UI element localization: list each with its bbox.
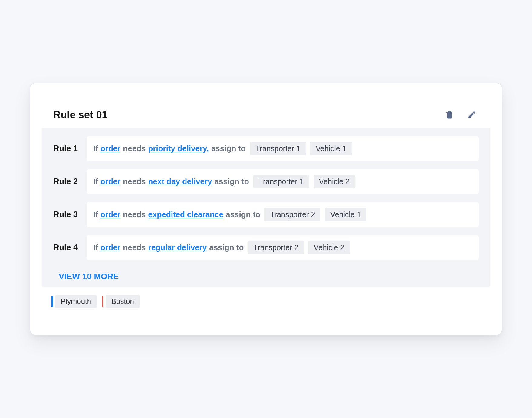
card-footer: Plymouth Boston	[42, 287, 490, 317]
rule-box: If order needs expedited clearance assig…	[87, 202, 479, 227]
rule-set-title: Rule set 01	[53, 109, 108, 121]
view-more-button[interactable]: VIEW 10 MORE	[53, 268, 119, 281]
rule-assign: assign to	[215, 177, 249, 186]
rule-subject-link[interactable]: order	[100, 210, 120, 219]
rules-body: Rule 1 If order needs priority delivery,…	[42, 128, 490, 287]
rule-assign: assign to	[211, 144, 246, 153]
location-color-bar	[102, 296, 103, 307]
location-chip[interactable]: Plymouth	[51, 295, 97, 308]
rule-condition-link[interactable]: priority delivery,	[148, 144, 209, 153]
rule-subject-link[interactable]: order	[100, 144, 120, 153]
location-label: Plymouth	[55, 295, 97, 308]
rule-subject-link[interactable]: order	[100, 243, 120, 252]
vehicle-chip[interactable]: Vehicle 1	[310, 142, 352, 155]
rule-row: Rule 2 If order needs next day delivery …	[53, 169, 479, 194]
rule-box: If order needs regular delivery assign t…	[87, 235, 479, 260]
rule-needs: needs	[123, 243, 146, 252]
rule-needs: needs	[123, 177, 146, 186]
rule-label: Rule 1	[53, 144, 79, 153]
transporter-chip[interactable]: Transporter 1	[253, 175, 309, 188]
rule-needs: needs	[123, 210, 146, 219]
rule-condition-link[interactable]: expedited clearance	[148, 210, 224, 219]
rule-condition-link[interactable]: next day delivery	[148, 177, 212, 186]
rule-box: If order needs priority delivery, assign…	[87, 136, 479, 161]
rule-label: Rule 2	[53, 177, 79, 186]
rule-label: Rule 4	[53, 243, 79, 252]
rule-assign: assign to	[209, 243, 244, 252]
location-label: Boston	[106, 295, 140, 308]
rule-subject-link[interactable]: order	[100, 177, 120, 186]
header-actions	[445, 110, 479, 119]
edit-icon[interactable]	[467, 110, 476, 119]
rule-row: Rule 4 If order needs regular delivery a…	[53, 235, 479, 260]
rule-box: If order needs next day delivery assign …	[87, 169, 479, 194]
vehicle-chip[interactable]: Vehicle 1	[325, 208, 366, 221]
rule-label: Rule 3	[53, 210, 79, 219]
rule-needs: needs	[123, 144, 146, 153]
location-color-bar	[51, 296, 53, 307]
card-header: Rule set 01	[42, 101, 490, 128]
transporter-chip[interactable]: Transporter 2	[248, 241, 304, 254]
rule-prefix: If	[93, 243, 98, 252]
transporter-chip[interactable]: Transporter 1	[250, 142, 306, 155]
rule-prefix: If	[93, 210, 98, 219]
rule-condition-link[interactable]: regular delivery	[148, 243, 207, 252]
transporter-chip[interactable]: Transporter 2	[264, 208, 320, 221]
rule-set-card: Rule set 01 Rule 1 If order needs priori…	[42, 101, 490, 317]
trash-icon[interactable]	[445, 110, 454, 119]
rule-assign: assign to	[226, 210, 260, 219]
location-chip[interactable]: Boston	[102, 295, 140, 308]
outer-panel: Rule set 01 Rule 1 If order needs priori…	[30, 83, 502, 335]
vehicle-chip[interactable]: Vehicle 2	[308, 241, 350, 254]
rule-row: Rule 1 If order needs priority delivery,…	[53, 136, 479, 161]
rule-row: Rule 3 If order needs expedited clearanc…	[53, 202, 479, 227]
rule-prefix: If	[93, 144, 98, 153]
vehicle-chip[interactable]: Vehicle 2	[314, 175, 355, 188]
rule-prefix: If	[93, 177, 98, 186]
